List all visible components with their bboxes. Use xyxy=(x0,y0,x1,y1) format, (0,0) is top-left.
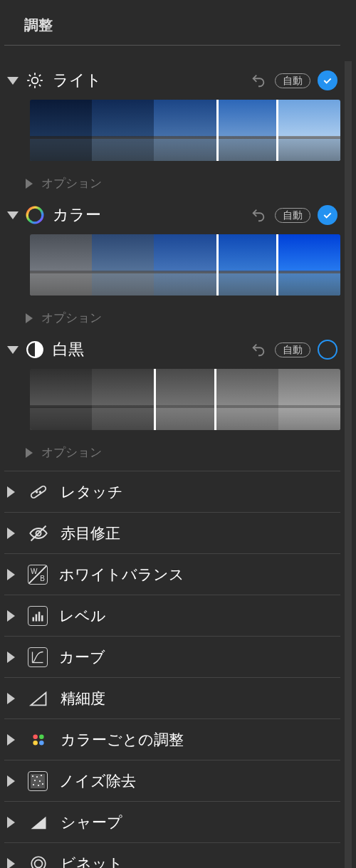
svg-line-7 xyxy=(29,85,31,86)
adjust-item-noise[interactable]: ノイズ除去 xyxy=(4,760,340,802)
enabled-toggle[interactable] xyxy=(318,340,337,360)
panel-bw-header[interactable]: 白黒 自動 xyxy=(4,336,340,363)
svg-line-8 xyxy=(39,75,41,76)
color-options[interactable]: オプション xyxy=(4,303,340,336)
palette-icon xyxy=(28,729,49,751)
options-label: オプション xyxy=(41,310,102,326)
chevron-right-icon xyxy=(7,775,15,787)
svg-point-0 xyxy=(32,78,38,84)
adjust-item-triangle-outline[interactable]: 精細度 xyxy=(4,678,340,719)
item-label: ビネット xyxy=(61,854,123,869)
svg-point-35 xyxy=(31,857,46,868)
panel-color-title: カラー xyxy=(53,204,101,226)
enabled-toggle[interactable] xyxy=(318,205,337,225)
chevron-right-icon xyxy=(7,734,15,746)
panel-bw-title: 白黒 xyxy=(53,339,84,360)
svg-rect-11 xyxy=(30,485,46,498)
panel-light-title: ライト xyxy=(53,70,102,91)
chevron-right-icon xyxy=(7,569,15,580)
item-label: 精細度 xyxy=(61,689,105,708)
svg-point-9 xyxy=(27,207,43,223)
levels-icon xyxy=(28,606,48,626)
undo-icon[interactable] xyxy=(249,206,268,224)
adjust-item-wb[interactable]: WBホワイトバランス xyxy=(4,554,340,595)
auto-button[interactable]: 自動 xyxy=(275,208,310,223)
adjust-item-bandage[interactable]: レタッチ xyxy=(4,471,340,513)
item-label: レタッチ xyxy=(61,482,123,502)
bw-icon xyxy=(26,340,44,359)
chevron-right-icon xyxy=(7,528,15,539)
svg-point-12 xyxy=(36,491,38,493)
chevron-down-icon xyxy=(7,346,19,354)
svg-point-24 xyxy=(33,741,38,746)
svg-rect-17 xyxy=(36,614,38,621)
item-label: シャープ xyxy=(61,812,122,832)
triangle-solid-icon xyxy=(28,812,49,833)
svg-point-22 xyxy=(33,734,38,739)
color-icon xyxy=(26,206,44,224)
item-label: ホワイトバランス xyxy=(59,565,184,585)
svg-rect-31 xyxy=(39,780,41,782)
light-icon xyxy=(26,71,44,90)
svg-line-5 xyxy=(29,75,31,76)
adjust-item-levels[interactable]: レベル xyxy=(4,595,340,637)
light-options[interactable]: オプション xyxy=(4,168,340,202)
svg-point-13 xyxy=(40,491,41,493)
item-label: カラーごとの調整 xyxy=(61,730,184,750)
panel-light: ライト 自動 オプション xyxy=(4,67,340,202)
svg-point-36 xyxy=(35,859,43,867)
panel-light-header[interactable]: ライト 自動 xyxy=(4,67,340,94)
adjust-item-curves[interactable]: カーブ xyxy=(4,637,340,678)
svg-line-6 xyxy=(39,85,41,86)
adjust-item-palette[interactable]: カラーごとの調整 xyxy=(4,719,340,760)
svg-rect-29 xyxy=(41,775,42,776)
svg-rect-27 xyxy=(32,775,33,777)
enabled-toggle[interactable] xyxy=(318,70,337,90)
wb-icon: WB xyxy=(28,565,48,585)
svg-rect-30 xyxy=(34,780,36,781)
svg-rect-33 xyxy=(38,785,39,786)
chevron-right-icon xyxy=(7,610,15,622)
chevron-right-icon xyxy=(7,652,15,663)
item-label: ノイズ除去 xyxy=(59,771,136,791)
noise-icon xyxy=(28,771,48,791)
svg-point-23 xyxy=(39,734,44,739)
options-label: オプション xyxy=(41,175,102,192)
svg-rect-19 xyxy=(41,615,43,621)
bandage-icon xyxy=(28,481,49,503)
triangle-outline-icon xyxy=(28,688,49,709)
eye-off-icon xyxy=(28,523,49,544)
chevron-right-icon xyxy=(26,179,33,189)
chevron-right-icon xyxy=(7,693,15,704)
svg-rect-16 xyxy=(33,617,35,621)
adjust-item-triangle-solid[interactable]: シャープ xyxy=(4,802,340,843)
adjust-item-eye-off[interactable]: 赤目修正 xyxy=(4,513,340,554)
bw-strip[interactable] xyxy=(30,369,340,430)
svg-rect-32 xyxy=(33,784,34,785)
panel-color-header[interactable]: カラー 自動 xyxy=(4,202,340,229)
color-strip[interactable] xyxy=(30,234,340,296)
chevron-down-icon xyxy=(7,77,19,85)
svg-rect-28 xyxy=(36,776,38,778)
panel-color: カラー 自動 オプション xyxy=(4,202,340,336)
auto-button[interactable]: 自動 xyxy=(275,73,310,88)
chevron-right-icon xyxy=(26,313,33,323)
panel-header: 調整 xyxy=(4,0,340,46)
bw-options[interactable]: オプション xyxy=(4,437,340,471)
curves-icon xyxy=(28,647,48,667)
light-strip[interactable] xyxy=(30,100,340,161)
adjust-item-vignette[interactable]: ビネット xyxy=(4,843,340,868)
header-title: 調整 xyxy=(24,17,53,33)
item-label: レベル xyxy=(59,606,106,626)
chevron-right-icon xyxy=(7,486,15,498)
options-label: オプション xyxy=(41,444,102,461)
svg-point-25 xyxy=(39,741,44,746)
panel-bw: 白黒 自動 オプション xyxy=(4,336,340,471)
scrollbar-track[interactable] xyxy=(345,61,352,868)
undo-icon[interactable] xyxy=(249,71,268,90)
chevron-right-icon xyxy=(26,448,33,458)
undo-icon[interactable] xyxy=(249,340,268,359)
chevron-down-icon xyxy=(7,211,19,219)
auto-button[interactable]: 自動 xyxy=(275,343,310,357)
vignette-icon xyxy=(28,853,49,869)
